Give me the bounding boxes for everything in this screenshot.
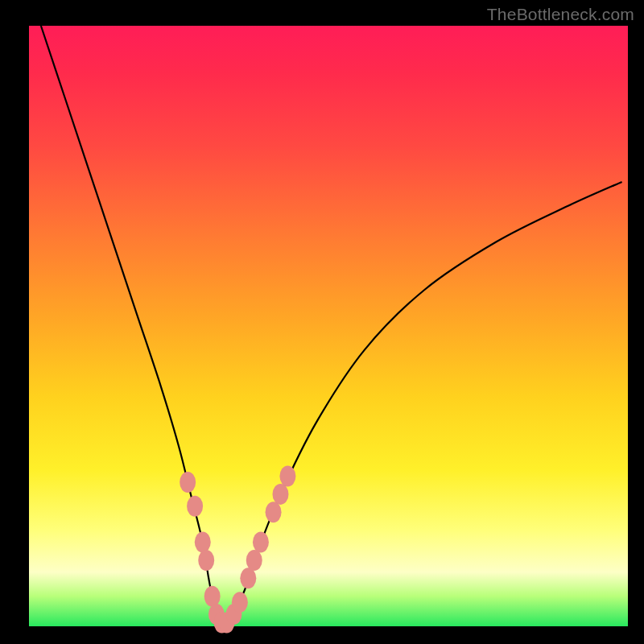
plot-area <box>29 26 628 626</box>
marker-dot <box>279 466 295 487</box>
marker-dot <box>272 484 288 505</box>
marker-dot <box>180 472 196 493</box>
marker-dot <box>266 502 282 522</box>
bottleneck-curve <box>41 26 622 625</box>
marker-dot <box>246 550 262 571</box>
marker-dot <box>198 550 214 571</box>
marker-dot <box>253 532 269 553</box>
marker-dot <box>232 592 248 613</box>
marker-dot <box>187 496 203 517</box>
marker-dot <box>195 532 211 553</box>
marker-dot <box>204 586 221 607</box>
chart-frame: TheBottleneck.com <box>0 0 644 644</box>
curve-layer <box>29 26 628 626</box>
marker-dot <box>240 568 256 588</box>
watermark-text: TheBottleneck.com <box>487 5 634 24</box>
